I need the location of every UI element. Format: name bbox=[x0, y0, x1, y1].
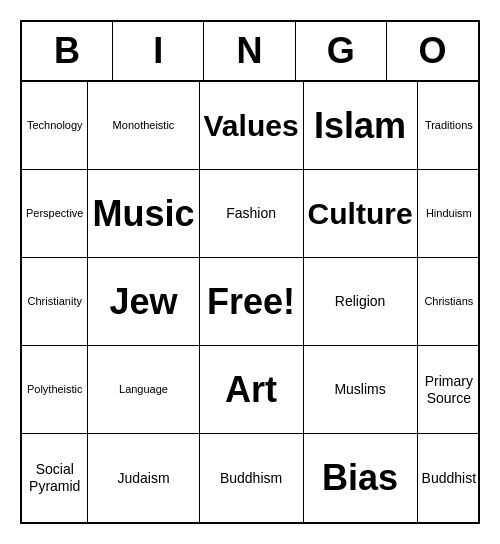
cell-text-5: Perspective bbox=[26, 207, 83, 220]
cell-3: Islam bbox=[304, 82, 418, 170]
header-letter-n: N bbox=[204, 22, 295, 80]
cell-14: Christians bbox=[418, 258, 480, 346]
cell-text-4: Traditions bbox=[425, 119, 473, 132]
cell-22: Buddhism bbox=[200, 434, 304, 522]
cell-9: Hinduism bbox=[418, 170, 480, 258]
cell-11: Jew bbox=[88, 258, 199, 346]
cell-5: Perspective bbox=[22, 170, 88, 258]
cell-text-17: Art bbox=[225, 368, 277, 411]
cell-text-6: Music bbox=[92, 192, 194, 235]
cell-text-9: Hinduism bbox=[426, 207, 472, 220]
cell-7: Fashion bbox=[200, 170, 304, 258]
cell-text-0: Technology bbox=[27, 119, 83, 132]
cell-text-1: Monotheistic bbox=[113, 119, 175, 132]
cell-text-16: Language bbox=[119, 383, 168, 396]
cell-text-12: Free! bbox=[207, 280, 295, 323]
cell-text-15: Polytheistic bbox=[27, 383, 83, 396]
cell-2: Values bbox=[200, 82, 304, 170]
cell-text-19: Primary Source bbox=[422, 373, 476, 407]
cell-17: Art bbox=[200, 346, 304, 434]
cell-18: Muslims bbox=[304, 346, 418, 434]
cell-10: Christianity bbox=[22, 258, 88, 346]
cell-6: Music bbox=[88, 170, 199, 258]
cell-21: Judaism bbox=[88, 434, 199, 522]
cell-text-2: Values bbox=[204, 108, 299, 144]
header-letter-b: B bbox=[22, 22, 113, 80]
cell-13: Religion bbox=[304, 258, 418, 346]
cell-19: Primary Source bbox=[418, 346, 480, 434]
cell-text-10: Christianity bbox=[28, 295, 82, 308]
cell-24: Buddhist bbox=[418, 434, 480, 522]
cell-0: Technology bbox=[22, 82, 88, 170]
cell-text-21: Judaism bbox=[117, 470, 169, 487]
cell-text-13: Religion bbox=[335, 293, 386, 310]
cell-text-23: Bias bbox=[322, 456, 398, 499]
cell-20: Social Pyramid bbox=[22, 434, 88, 522]
cell-text-3: Islam bbox=[314, 104, 406, 147]
cell-15: Polytheistic bbox=[22, 346, 88, 434]
cell-text-18: Muslims bbox=[334, 381, 385, 398]
bingo-header: BINGO bbox=[22, 22, 478, 82]
cell-text-20: Social Pyramid bbox=[26, 461, 83, 495]
bingo-card: BINGO TechnologyMonotheisticValuesIslamT… bbox=[20, 20, 480, 524]
header-letter-i: I bbox=[113, 22, 204, 80]
cell-1: Monotheistic bbox=[88, 82, 199, 170]
cell-4: Traditions bbox=[418, 82, 480, 170]
bingo-grid: TechnologyMonotheisticValuesIslamTraditi… bbox=[22, 82, 478, 522]
cell-text-22: Buddhism bbox=[220, 470, 282, 487]
cell-23: Bias bbox=[304, 434, 418, 522]
header-letter-o: O bbox=[387, 22, 478, 80]
header-letter-g: G bbox=[296, 22, 387, 80]
cell-text-14: Christians bbox=[424, 295, 473, 308]
cell-text-24: Buddhist bbox=[422, 470, 476, 487]
cell-8: Culture bbox=[304, 170, 418, 258]
cell-16: Language bbox=[88, 346, 199, 434]
cell-text-7: Fashion bbox=[226, 205, 276, 222]
cell-text-11: Jew bbox=[109, 280, 177, 323]
cell-text-8: Culture bbox=[308, 196, 413, 232]
cell-12: Free! bbox=[200, 258, 304, 346]
